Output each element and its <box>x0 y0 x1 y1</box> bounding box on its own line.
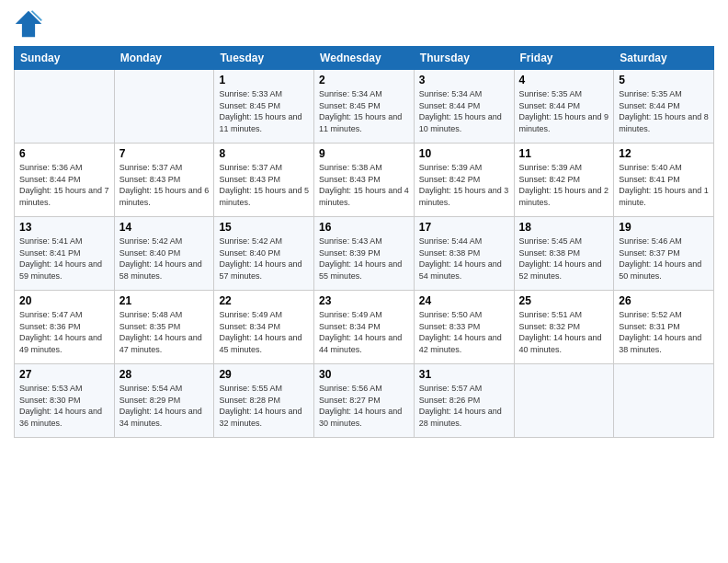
day-number: 4 <box>519 74 609 86</box>
calendar-cell: 10Sunrise: 5:39 AMSunset: 8:42 PMDayligh… <box>414 144 514 217</box>
calendar-cell: 17Sunrise: 5:44 AMSunset: 8:38 PMDayligh… <box>414 217 514 291</box>
weekday-header: Thursday <box>414 47 514 70</box>
day-number: 11 <box>519 147 609 160</box>
calendar-header-row: SundayMondayTuesdayWednesdayThursdayFrid… <box>15 47 714 70</box>
calendar-cell: 20Sunrise: 5:47 AMSunset: 8:36 PMDayligh… <box>15 291 115 364</box>
calendar-week-row: 20Sunrise: 5:47 AMSunset: 8:36 PMDayligh… <box>15 291 714 364</box>
calendar-cell: 9Sunrise: 5:38 AMSunset: 8:43 PMDaylight… <box>314 144 415 217</box>
calendar-week-row: 1Sunrise: 5:33 AMSunset: 8:45 PMDaylight… <box>15 70 714 144</box>
day-info: Sunrise: 5:36 AMSunset: 8:44 PMDaylight:… <box>19 162 109 208</box>
calendar-cell <box>114 70 214 144</box>
day-number: 1 <box>219 74 309 86</box>
day-number: 17 <box>419 221 509 234</box>
day-info: Sunrise: 5:50 AMSunset: 8:33 PMDaylight:… <box>419 309 509 355</box>
calendar-cell: 16Sunrise: 5:43 AMSunset: 8:39 PMDayligh… <box>314 217 415 291</box>
day-info: Sunrise: 5:46 AMSunset: 8:37 PMDaylight:… <box>619 236 709 282</box>
day-info: Sunrise: 5:38 AMSunset: 8:43 PMDaylight:… <box>319 162 409 208</box>
day-info: Sunrise: 5:56 AMSunset: 8:27 PMDaylight:… <box>319 383 409 429</box>
calendar-cell: 11Sunrise: 5:39 AMSunset: 8:42 PMDayligh… <box>514 144 614 217</box>
weekday-header: Friday <box>514 47 614 70</box>
weekday-header: Saturday <box>614 47 714 70</box>
calendar-cell: 31Sunrise: 5:57 AMSunset: 8:26 PMDayligh… <box>414 364 514 438</box>
day-number: 30 <box>319 368 409 381</box>
day-info: Sunrise: 5:51 AMSunset: 8:32 PMDaylight:… <box>519 309 609 355</box>
calendar-cell: 3Sunrise: 5:34 AMSunset: 8:44 PMDaylight… <box>414 70 514 144</box>
calendar-week-row: 6Sunrise: 5:36 AMSunset: 8:44 PMDaylight… <box>15 144 714 217</box>
weekday-header: Tuesday <box>214 47 314 70</box>
day-number: 27 <box>19 368 109 381</box>
calendar-cell: 7Sunrise: 5:37 AMSunset: 8:43 PMDaylight… <box>114 144 214 217</box>
day-number: 28 <box>119 368 210 381</box>
calendar-week-row: 13Sunrise: 5:41 AMSunset: 8:41 PMDayligh… <box>15 217 714 291</box>
calendar-cell: 19Sunrise: 5:46 AMSunset: 8:37 PMDayligh… <box>614 217 714 291</box>
calendar-cell: 8Sunrise: 5:37 AMSunset: 8:43 PMDaylight… <box>214 144 314 217</box>
day-info: Sunrise: 5:52 AMSunset: 8:31 PMDaylight:… <box>619 309 709 355</box>
day-info: Sunrise: 5:37 AMSunset: 8:43 PMDaylight:… <box>119 162 210 208</box>
day-number: 14 <box>119 221 210 234</box>
calendar-cell: 24Sunrise: 5:50 AMSunset: 8:33 PMDayligh… <box>414 291 514 364</box>
day-number: 31 <box>419 368 509 381</box>
day-info: Sunrise: 5:39 AMSunset: 8:42 PMDaylight:… <box>419 162 509 208</box>
day-number: 20 <box>19 294 109 307</box>
calendar-cell: 14Sunrise: 5:42 AMSunset: 8:40 PMDayligh… <box>114 217 214 291</box>
calendar-cell: 21Sunrise: 5:48 AMSunset: 8:35 PMDayligh… <box>114 291 214 364</box>
day-number: 25 <box>519 294 609 307</box>
day-info: Sunrise: 5:42 AMSunset: 8:40 PMDaylight:… <box>119 236 210 282</box>
calendar-cell <box>514 364 614 438</box>
calendar-cell: 23Sunrise: 5:49 AMSunset: 8:34 PMDayligh… <box>314 291 415 364</box>
calendar-cell <box>15 70 115 144</box>
header <box>14 9 714 39</box>
day-number: 7 <box>119 147 210 160</box>
day-number: 2 <box>319 74 409 86</box>
calendar-cell: 15Sunrise: 5:42 AMSunset: 8:40 PMDayligh… <box>214 217 314 291</box>
day-info: Sunrise: 5:49 AMSunset: 8:34 PMDaylight:… <box>219 309 309 355</box>
day-number: 12 <box>619 147 709 160</box>
calendar-cell: 18Sunrise: 5:45 AMSunset: 8:38 PMDayligh… <box>514 217 614 291</box>
svg-marker-0 <box>16 11 41 37</box>
day-info: Sunrise: 5:39 AMSunset: 8:42 PMDaylight:… <box>519 162 609 208</box>
calendar-cell <box>614 364 714 438</box>
calendar-cell: 25Sunrise: 5:51 AMSunset: 8:32 PMDayligh… <box>514 291 614 364</box>
calendar-cell: 30Sunrise: 5:56 AMSunset: 8:27 PMDayligh… <box>314 364 415 438</box>
day-number: 29 <box>219 368 309 381</box>
calendar: SundayMondayTuesdayWednesdayThursdayFrid… <box>14 46 714 438</box>
day-number: 9 <box>319 147 409 160</box>
calendar-cell: 26Sunrise: 5:52 AMSunset: 8:31 PMDayligh… <box>614 291 714 364</box>
page: SundayMondayTuesdayWednesdayThursdayFrid… <box>0 0 728 563</box>
calendar-cell: 4Sunrise: 5:35 AMSunset: 8:44 PMDaylight… <box>514 70 614 144</box>
calendar-cell: 2Sunrise: 5:34 AMSunset: 8:45 PMDaylight… <box>314 70 415 144</box>
calendar-week-row: 27Sunrise: 5:53 AMSunset: 8:30 PMDayligh… <box>15 364 714 438</box>
day-info: Sunrise: 5:57 AMSunset: 8:26 PMDaylight:… <box>419 383 509 429</box>
day-info: Sunrise: 5:44 AMSunset: 8:38 PMDaylight:… <box>419 236 509 282</box>
calendar-cell: 22Sunrise: 5:49 AMSunset: 8:34 PMDayligh… <box>214 291 314 364</box>
day-number: 18 <box>519 221 609 234</box>
day-info: Sunrise: 5:53 AMSunset: 8:30 PMDaylight:… <box>19 383 109 429</box>
day-number: 8 <box>219 147 309 160</box>
weekday-header: Monday <box>114 47 214 70</box>
day-number: 26 <box>619 294 709 307</box>
calendar-cell: 1Sunrise: 5:33 AMSunset: 8:45 PMDaylight… <box>214 70 314 144</box>
day-info: Sunrise: 5:34 AMSunset: 8:45 PMDaylight:… <box>319 88 409 134</box>
calendar-cell: 13Sunrise: 5:41 AMSunset: 8:41 PMDayligh… <box>15 217 115 291</box>
day-number: 6 <box>19 147 109 160</box>
day-info: Sunrise: 5:49 AMSunset: 8:34 PMDaylight:… <box>319 309 409 355</box>
logo <box>14 9 47 39</box>
day-number: 10 <box>419 147 509 160</box>
weekday-header: Wednesday <box>314 47 415 70</box>
day-number: 3 <box>419 74 509 86</box>
day-info: Sunrise: 5:37 AMSunset: 8:43 PMDaylight:… <box>219 162 309 208</box>
calendar-cell: 12Sunrise: 5:40 AMSunset: 8:41 PMDayligh… <box>614 144 714 217</box>
day-info: Sunrise: 5:55 AMSunset: 8:28 PMDaylight:… <box>219 383 309 429</box>
calendar-cell: 28Sunrise: 5:54 AMSunset: 8:29 PMDayligh… <box>114 364 214 438</box>
day-info: Sunrise: 5:42 AMSunset: 8:40 PMDaylight:… <box>219 236 309 282</box>
day-info: Sunrise: 5:47 AMSunset: 8:36 PMDaylight:… <box>19 309 109 355</box>
calendar-cell: 6Sunrise: 5:36 AMSunset: 8:44 PMDaylight… <box>15 144 115 217</box>
day-number: 24 <box>419 294 509 307</box>
day-number: 13 <box>19 221 109 234</box>
day-info: Sunrise: 5:48 AMSunset: 8:35 PMDaylight:… <box>119 309 210 355</box>
day-number: 16 <box>319 221 409 234</box>
day-number: 22 <box>219 294 309 307</box>
day-number: 23 <box>319 294 409 307</box>
weekday-header: Sunday <box>15 47 115 70</box>
logo-icon <box>14 9 43 39</box>
